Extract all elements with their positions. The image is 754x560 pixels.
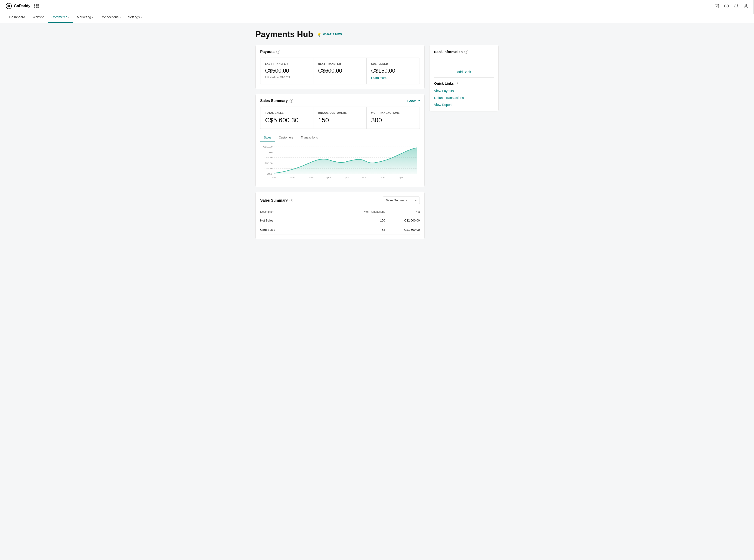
svg-text:5pm: 5pm — [362, 176, 367, 179]
cart-icon[interactable] — [714, 3, 719, 8]
quick-links-title-text: Quick Links — [434, 81, 454, 85]
main-layout: Payouts i LAST TRANSFER C$500.00 Initiat… — [255, 45, 499, 239]
lightbulb-icon: 💡 — [317, 32, 322, 37]
payouts-grid: LAST TRANSFER C$500.00 Initiated on 2/1/… — [260, 58, 420, 84]
sales-table-dropdown[interactable]: Sales Summary ▾ — [383, 197, 420, 204]
last-transfer-value: C$500.00 — [265, 67, 309, 74]
dropdown-chevron-icon: ▾ — [415, 199, 417, 202]
page-title: Payments Hub — [255, 29, 313, 39]
svg-text:9pm: 9pm — [399, 176, 403, 179]
quick-links: View Payouts Refund Transactions View Re… — [434, 89, 494, 106]
sales-summary-title-text: Sales Summary — [260, 99, 288, 103]
row-transactions: 150 — [351, 219, 385, 222]
top-bar: GoDaddy — [0, 0, 754, 12]
svg-text:7am: 7am — [272, 176, 276, 179]
row-net: C$2,000.00 — [385, 219, 420, 222]
user-icon[interactable] — [743, 3, 749, 8]
svg-text:C$7.50: C$7.50 — [264, 157, 273, 159]
next-transfer-value: C$600.00 — [318, 67, 361, 74]
chart-tab-transactions[interactable]: Transactions — [297, 134, 321, 142]
svg-text:3pm: 3pm — [344, 176, 349, 179]
unique-customers-value: 150 — [318, 117, 361, 124]
chart-tab-sales[interactable]: Sales — [260, 134, 275, 142]
left-column: Payouts i LAST TRANSFER C$500.00 Initiat… — [255, 45, 425, 239]
sales-summary-info-icon[interactable]: i — [290, 99, 293, 103]
payouts-card-title: Payouts i — [260, 50, 420, 54]
svg-point-2 — [725, 4, 729, 8]
row-net: C$1,500.00 — [385, 228, 420, 232]
table-body: Net Sales 150 C$2,000.00 Card Sales 53 C… — [260, 216, 420, 235]
sidebar: Bank Information i – Add Bank Quick Link… — [429, 45, 499, 112]
quick-links-title: Quick Links i — [434, 81, 494, 85]
logo[interactable]: GoDaddy — [5, 3, 30, 9]
bank-info-title-text: Bank Information — [434, 50, 462, 54]
page-header: Payments Hub 💡 WHAT'S NEW — [255, 29, 499, 39]
svg-point-4 — [745, 4, 747, 5]
suspended-cell: SUSPENDED C$150.00 Learn more — [366, 58, 420, 84]
sales-table-title-text: Sales Summary — [260, 198, 288, 203]
sales-summary-chart-card: Sales Summary i TODAY ▾ TOTAL SALES C$5,… — [255, 94, 425, 187]
connections-chevron-icon: ▾ — [120, 16, 121, 19]
settings-chevron-icon: ▾ — [141, 16, 142, 19]
bank-info-title: Bank Information i — [434, 50, 494, 54]
sales-table-title: Sales Summary i — [260, 198, 293, 203]
table-row: Card Sales 53 C$1,500.00 — [260, 225, 420, 235]
bell-icon[interactable] — [734, 3, 739, 8]
learn-more-link[interactable]: Learn more — [371, 76, 386, 80]
commerce-chevron-icon: ▾ — [68, 16, 70, 19]
page: Payments Hub 💡 WHAT'S NEW Payouts i LAST… — [250, 23, 504, 246]
whats-new-label: WHAT'S NEW — [323, 33, 342, 36]
total-sales-label: TOTAL SALES — [265, 112, 309, 114]
col-net: Net — [385, 210, 420, 214]
last-transfer-sub: Initiated on 2/1/2021 — [265, 76, 309, 79]
grid-icon[interactable] — [34, 4, 39, 8]
transactions-cell: # OF TRANSACTIONS 300 — [366, 107, 420, 128]
sidebar-divider — [434, 77, 494, 78]
unique-customers-label: UNIQUE CUSTOMERS — [318, 112, 361, 114]
svg-text:C$2.50: C$2.50 — [264, 167, 273, 170]
help-icon[interactable] — [724, 3, 729, 8]
svg-text:1pm: 1pm — [326, 176, 331, 179]
nav-settings[interactable]: Settings ▾ — [124, 12, 146, 23]
svg-text:$C5.00: $C5.00 — [264, 162, 273, 164]
sales-chart: C$12.50 C$10 C$7.50 $C5.00 C$2.50 C$0- — [260, 144, 420, 181]
nav-dashboard[interactable]: Dashboard — [5, 12, 29, 23]
svg-text:C$0-: C$0- — [267, 173, 273, 175]
nav-connections[interactable]: Connections ▾ — [97, 12, 124, 23]
whats-new-badge[interactable]: 💡 WHAT'S NEW — [317, 32, 342, 37]
payouts-info-icon[interactable]: i — [276, 50, 280, 54]
top-bar-right — [714, 3, 749, 8]
refund-transactions-link[interactable]: Refund Transactions — [434, 96, 494, 100]
last-transfer-label: LAST TRANSFER — [265, 62, 309, 65]
dropdown-label: Sales Summary — [386, 199, 407, 202]
row-transactions: 53 — [351, 228, 385, 232]
total-sales-cell: TOTAL SALES C$5,600.30 — [260, 107, 313, 128]
period-chevron-icon: ▾ — [418, 99, 420, 102]
next-transfer-cell: NEXT TRANSFER C$600.00 — [313, 58, 366, 84]
sales-table-info-icon[interactable]: i — [290, 199, 293, 202]
bank-placeholder: – — [434, 57, 494, 70]
svg-text:C$12.50: C$12.50 — [263, 146, 273, 148]
view-payouts-link[interactable]: View Payouts — [434, 89, 494, 93]
col-description: Description — [260, 210, 351, 214]
nav-bar: Dashboard Website Commerce ▾ Marketing ▾… — [0, 12, 754, 23]
period-selector[interactable]: TODAY ▾ — [407, 99, 420, 102]
nav-website[interactable]: Website — [29, 12, 48, 23]
svg-text:C$10: C$10 — [267, 151, 273, 154]
suspended-label: SUSPENDED — [371, 62, 415, 65]
bank-info-icon[interactable]: i — [464, 50, 468, 54]
quick-links-info-icon[interactable]: i — [456, 82, 459, 85]
nav-commerce[interactable]: Commerce ▾ — [48, 12, 73, 23]
transactions-label: # OF TRANSACTIONS — [371, 112, 415, 114]
view-reports-link[interactable]: View Reports — [434, 103, 494, 106]
marketing-chevron-icon: ▾ — [92, 16, 93, 19]
chart-tab-customers[interactable]: Customers — [275, 134, 297, 142]
nav-marketing[interactable]: Marketing ▾ — [73, 12, 97, 23]
total-sales-value: C$5,600.30 — [265, 117, 309, 124]
payouts-card: Payouts i LAST TRANSFER C$500.00 Initiat… — [255, 45, 425, 89]
col-transactions: # of Transactions — [351, 210, 385, 214]
add-bank-link[interactable]: Add Bank — [434, 70, 494, 74]
next-transfer-label: NEXT TRANSFER — [318, 62, 361, 65]
unique-customers-cell: UNIQUE CUSTOMERS 150 — [313, 107, 366, 128]
suspended-value: C$150.00 — [371, 67, 415, 74]
